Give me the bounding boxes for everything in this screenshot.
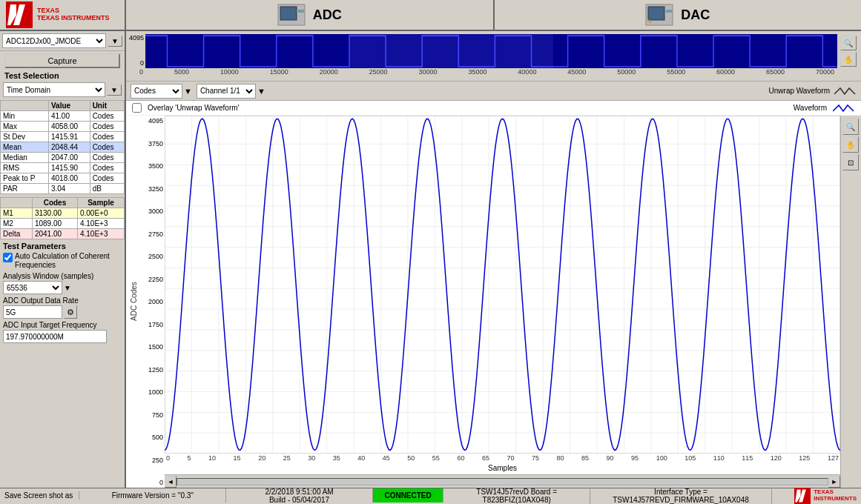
board-section: TSW14J57revD Board = T823BFIZ(10AX048) bbox=[443, 488, 590, 504]
stats-value: 2048.44 bbox=[48, 142, 90, 153]
marker-label: M1 bbox=[1, 208, 33, 219]
gear-icon[interactable]: ⚙ bbox=[64, 305, 77, 319]
overview-y-labels: 4095 0 bbox=[129, 34, 144, 68]
auto-calc-row: Auto Calculation of Coherent Frequencies bbox=[3, 252, 122, 270]
markers-col-codes: Codes bbox=[32, 198, 77, 208]
capture-btn[interactable]: Capture bbox=[4, 53, 120, 68]
adc-tab-icon bbox=[277, 4, 306, 26]
capture-button[interactable]: Capture bbox=[4, 53, 120, 68]
auto-calc-label: Auto Calculation of Coherent Frequencies bbox=[15, 252, 122, 270]
domain-select-row: Time Domain ▼ bbox=[3, 82, 122, 97]
body: ADC12DJx00_JMODE ▼ Capture Test Selectio… bbox=[0, 31, 861, 488]
waveform-icon bbox=[833, 102, 855, 114]
connected-badge: CONNECTED bbox=[373, 488, 443, 503]
device-select-row: ADC12DJx00_JMODE ▼ bbox=[0, 31, 125, 51]
unwrap-label: Unwrap Waveform bbox=[769, 87, 830, 95]
marker-codes: 2041.00 bbox=[32, 229, 77, 239]
stats-unit: Codes bbox=[90, 163, 124, 173]
chart-canvas-container: 0 5 10 15 20 25 30 35 40 45 50 55 60 65 … bbox=[165, 116, 840, 488]
scroll-left-btn[interactable]: ◄ bbox=[165, 476, 177, 488]
x-axis-ticks: 0 5 10 15 20 25 30 35 40 45 50 55 60 65 … bbox=[165, 454, 840, 464]
chart-hand-icon[interactable]: ✋ bbox=[842, 136, 859, 153]
auto-calc-checkbox[interactable] bbox=[3, 253, 13, 262]
analysis-window-label: Analysis Window (samples) bbox=[3, 272, 122, 280]
svg-rect-3 bbox=[280, 7, 297, 20]
analysis-window-select[interactable]: 65536 bbox=[3, 281, 62, 294]
stats-label: PAR bbox=[1, 184, 49, 194]
dac-tab[interactable]: DAC bbox=[495, 0, 862, 30]
overview-y-bot: 0 bbox=[129, 59, 144, 67]
stats-value: 3.04 bbox=[48, 184, 90, 194]
domain-select[interactable]: Time Domain bbox=[3, 82, 105, 97]
main-chart-svg bbox=[165, 116, 840, 454]
x-axis-title: Samples bbox=[165, 464, 840, 474]
marker-codes: 1089.00 bbox=[32, 219, 77, 229]
overlay-row: Overlay 'Unwrap Waveform' Waveform bbox=[126, 101, 861, 116]
waveform-controls: Codes ▼ Channel 1/1 ▼ Unwrap Waveform bbox=[126, 82, 861, 101]
overview-canvas[interactable] bbox=[145, 34, 837, 68]
channel-select[interactable]: Channel 1/1 bbox=[197, 84, 256, 99]
ti-footer-logo: TEXASINSTRUMENTS bbox=[772, 488, 861, 504]
domain-expand-btn[interactable]: ▼ bbox=[107, 84, 122, 96]
interface-label: Interface Type = TSW14J57REVD_FIRMWARE_1… bbox=[613, 488, 749, 504]
scrollbar-row: ◄ ► bbox=[165, 474, 840, 488]
ti-logo: TEXAS TEXAS INSTRUMENTS bbox=[0, 0, 126, 30]
stats-col-value: Value bbox=[48, 101, 90, 111]
chart-zoom-icon[interactable]: 🔍 bbox=[842, 119, 859, 135]
analysis-window-dropdown[interactable]: ▼ bbox=[64, 284, 71, 292]
build-label: Build - 05/04/2017 bbox=[229, 496, 369, 504]
stats-label: Max bbox=[1, 122, 49, 132]
stats-value: 4058.00 bbox=[48, 122, 90, 132]
waveform-label: Waveform bbox=[794, 104, 827, 112]
scroll-right-btn[interactable]: ► bbox=[828, 476, 840, 488]
overlay-label: Overlay 'Unwrap Waveform' bbox=[148, 104, 239, 112]
stats-label: Median bbox=[1, 153, 49, 163]
chart-section: ADC Codes 4095 3750 3500 3250 3000 2750 … bbox=[126, 116, 861, 488]
marker-sample: 0.00E+0 bbox=[77, 208, 124, 219]
chart-right-tools: 🔍 ✋ ⊡ bbox=[840, 116, 861, 488]
ti-logo-icon bbox=[6, 1, 33, 28]
chart-canvas[interactable] bbox=[165, 116, 840, 454]
stats-value: 1415.90 bbox=[48, 163, 90, 173]
input-freq-label: ADC Input Target Frequency bbox=[3, 321, 122, 329]
marker-label: M2 bbox=[1, 219, 33, 229]
stats-label: Mean bbox=[1, 142, 49, 153]
adc-tab[interactable]: ADC bbox=[126, 0, 495, 30]
adc-tab-label: ADC bbox=[313, 7, 342, 23]
status-bar: Save Screen shot as Firmware Version = "… bbox=[0, 488, 861, 503]
stats-unit: Codes bbox=[90, 132, 124, 142]
scrollbar[interactable] bbox=[177, 478, 828, 485]
stats-label: St Dev bbox=[1, 132, 49, 142]
stats-value: 41.00 bbox=[48, 111, 90, 122]
channel-dropdown-icon: ▼ bbox=[257, 87, 265, 96]
device-expand-btn[interactable]: ▼ bbox=[108, 36, 122, 47]
device-select[interactable]: ADC12DJx00_JMODE bbox=[2, 33, 106, 48]
sidebar: ADC12DJx00_JMODE ▼ Capture Test Selectio… bbox=[0, 31, 126, 488]
chart-reset-icon[interactable]: ⊡ bbox=[842, 154, 859, 170]
firmware-label: Firmware Version = "0.3" bbox=[82, 491, 222, 500]
overview-hand-icon[interactable]: ✋ bbox=[840, 52, 857, 67]
save-label: Save Screen shot as bbox=[0, 491, 79, 500]
ti-footer-icon bbox=[794, 488, 811, 504]
y-axis-ticks: 4095 3750 3500 3250 3000 2750 2500 2250 … bbox=[141, 116, 165, 488]
stats-row: Peak to P4018.00Codes bbox=[1, 173, 125, 184]
stats-label: Peak to P bbox=[1, 173, 49, 184]
overview-zoom-icon[interactable]: 🔍 bbox=[840, 36, 857, 50]
dac-tab-icon bbox=[645, 4, 673, 26]
output-rate-input[interactable] bbox=[3, 305, 62, 319]
main-content: 4095 0 🔍 ✋ 0 5000 bbox=[126, 31, 861, 488]
header: TEXAS TEXAS INSTRUMENTS ADC DAC bbox=[0, 0, 861, 31]
stats-value: 2047.00 bbox=[48, 153, 90, 163]
stats-label: RMS bbox=[1, 163, 49, 173]
overview-strip: 4095 0 🔍 ✋ 0 5000 bbox=[126, 31, 861, 82]
codes-select[interactable]: Codes bbox=[131, 84, 182, 99]
input-freq-input[interactable] bbox=[3, 330, 107, 343]
overview-y-top: 4095 bbox=[129, 34, 144, 42]
date-label: 2/2/2018 9:51:00 AM bbox=[229, 488, 369, 496]
test-params-title: Test Parameters bbox=[3, 242, 122, 251]
overview-x-labels: 0 5000 10000 15000 20000 25000 30000 350… bbox=[126, 68, 861, 76]
stats-unit: Codes bbox=[90, 142, 124, 153]
codes-dropdown-icon: ▼ bbox=[184, 87, 192, 96]
overlay-checkbox[interactable] bbox=[132, 103, 142, 113]
markers-table: Codes Sample M13130.000.00E+0M21089.004.… bbox=[0, 197, 125, 239]
